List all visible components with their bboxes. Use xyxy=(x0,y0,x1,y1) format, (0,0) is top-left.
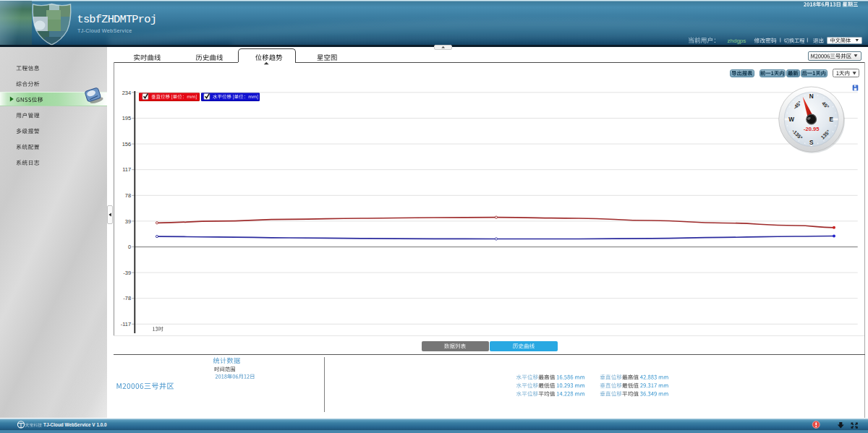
svg-text:156: 156 xyxy=(122,141,132,147)
svg-text:45°: 45° xyxy=(821,100,830,110)
svg-text:234: 234 xyxy=(122,90,132,96)
svg-text:-135°: -135° xyxy=(791,129,804,141)
svg-text:-20.95: -20.95 xyxy=(804,126,820,132)
svg-text:-117: -117 xyxy=(121,321,131,327)
svg-text:S: S xyxy=(809,140,814,146)
svg-text:117: 117 xyxy=(122,166,131,173)
svg-text:195: 195 xyxy=(122,115,132,121)
svg-text:-78: -78 xyxy=(123,295,131,301)
svg-text:39: 39 xyxy=(125,218,131,225)
svg-text:N: N xyxy=(809,93,814,100)
svg-text:-39: -39 xyxy=(123,270,131,276)
svg-text:-45°: -45° xyxy=(792,100,802,110)
svg-text:E: E xyxy=(829,116,833,123)
svg-text:78: 78 xyxy=(125,192,131,199)
svg-text:135°: 135° xyxy=(820,129,831,140)
svg-text:W: W xyxy=(788,116,794,123)
svg-text:0: 0 xyxy=(128,244,131,250)
